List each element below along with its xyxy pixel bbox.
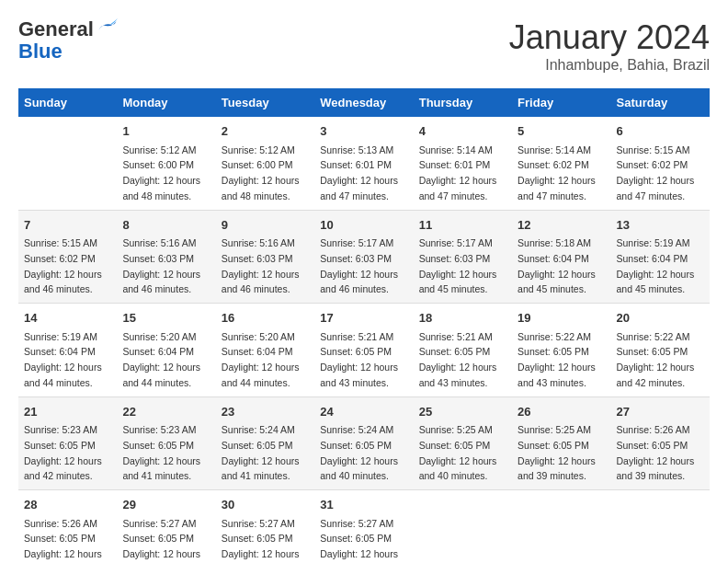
day-number: 17 bbox=[320, 309, 407, 327]
day-info: Sunrise: 5:16 AM Sunset: 6:03 PM Dayligh… bbox=[222, 237, 300, 294]
day-number: 3 bbox=[320, 122, 407, 141]
logo-general: General bbox=[18, 18, 94, 40]
day-info: Sunrise: 5:21 AM Sunset: 6:05 PM Dayligh… bbox=[419, 331, 497, 388]
day-number: 25 bbox=[419, 403, 506, 421]
calendar-cell: 13Sunrise: 5:19 AM Sunset: 6:04 PM Dayli… bbox=[611, 210, 710, 304]
calendar-cell: 16Sunrise: 5:20 AM Sunset: 6:04 PM Dayli… bbox=[216, 304, 314, 397]
calendar-cell: 10Sunrise: 5:17 AM Sunset: 6:03 PM Dayli… bbox=[314, 210, 413, 304]
day-info: Sunrise: 5:22 AM Sunset: 6:05 PM Dayligh… bbox=[518, 331, 596, 388]
calendar-cell: 14Sunrise: 5:19 AM Sunset: 6:04 PM Dayli… bbox=[18, 304, 117, 397]
day-info: Sunrise: 5:17 AM Sunset: 6:03 PM Dayligh… bbox=[419, 237, 497, 294]
logo-blue: Blue bbox=[18, 40, 63, 63]
header-tuesday: Tuesday bbox=[216, 88, 314, 117]
day-info: Sunrise: 5:13 AM Sunset: 6:01 PM Dayligh… bbox=[320, 144, 398, 201]
calendar-table: SundayMondayTuesdayWednesdayThursdayFrid… bbox=[18, 88, 710, 563]
day-info: Sunrise: 5:26 AM Sunset: 6:05 PM Dayligh… bbox=[617, 424, 695, 481]
calendar-cell bbox=[414, 490, 512, 564]
header-thursday: Thursday bbox=[414, 88, 512, 117]
day-info: Sunrise: 5:25 AM Sunset: 6:05 PM Dayligh… bbox=[419, 424, 497, 481]
page-header: General Blue January 2024 Inhambupe, Bah… bbox=[18, 18, 710, 74]
calendar-cell: 6Sunrise: 5:15 AM Sunset: 6:02 PM Daylig… bbox=[611, 117, 710, 210]
day-number: 26 bbox=[518, 403, 605, 421]
day-number: 14 bbox=[24, 309, 111, 327]
day-number: 4 bbox=[419, 122, 506, 141]
day-info: Sunrise: 5:19 AM Sunset: 6:04 PM Dayligh… bbox=[24, 331, 102, 388]
day-number: 16 bbox=[222, 309, 309, 327]
day-info: Sunrise: 5:26 AM Sunset: 6:05 PM Dayligh… bbox=[24, 518, 102, 564]
calendar-cell: 31Sunrise: 5:27 AM Sunset: 6:05 PM Dayli… bbox=[314, 490, 413, 564]
day-info: Sunrise: 5:27 AM Sunset: 6:05 PM Dayligh… bbox=[222, 518, 300, 564]
day-number: 13 bbox=[617, 216, 704, 235]
month-year-title: January 2024 bbox=[509, 18, 710, 57]
day-info: Sunrise: 5:18 AM Sunset: 6:04 PM Dayligh… bbox=[518, 237, 596, 294]
calendar-cell: 30Sunrise: 5:27 AM Sunset: 6:05 PM Dayli… bbox=[216, 490, 314, 564]
calendar-cell: 5Sunrise: 5:14 AM Sunset: 6:02 PM Daylig… bbox=[512, 117, 610, 210]
calendar-cell: 9Sunrise: 5:16 AM Sunset: 6:03 PM Daylig… bbox=[216, 210, 314, 304]
calendar-header-row: SundayMondayTuesdayWednesdayThursdayFrid… bbox=[18, 88, 710, 117]
calendar-cell: 1Sunrise: 5:12 AM Sunset: 6:00 PM Daylig… bbox=[117, 117, 215, 210]
day-number: 5 bbox=[518, 122, 605, 141]
day-number: 2 bbox=[222, 122, 309, 141]
day-info: Sunrise: 5:25 AM Sunset: 6:05 PM Dayligh… bbox=[518, 424, 596, 481]
calendar-cell: 7Sunrise: 5:15 AM Sunset: 6:02 PM Daylig… bbox=[18, 210, 117, 304]
day-info: Sunrise: 5:14 AM Sunset: 6:02 PM Dayligh… bbox=[518, 144, 596, 201]
calendar-cell: 2Sunrise: 5:12 AM Sunset: 6:00 PM Daylig… bbox=[216, 117, 314, 210]
header-monday: Monday bbox=[117, 88, 215, 117]
day-number: 31 bbox=[320, 496, 407, 514]
calendar-cell: 8Sunrise: 5:16 AM Sunset: 6:03 PM Daylig… bbox=[117, 210, 215, 304]
calendar-week-2: 7Sunrise: 5:15 AM Sunset: 6:02 PM Daylig… bbox=[18, 210, 710, 304]
calendar-week-1: 1Sunrise: 5:12 AM Sunset: 6:00 PM Daylig… bbox=[18, 117, 710, 210]
calendar-cell: 26Sunrise: 5:25 AM Sunset: 6:05 PM Dayli… bbox=[512, 396, 610, 490]
calendar-cell: 3Sunrise: 5:13 AM Sunset: 6:01 PM Daylig… bbox=[314, 117, 413, 210]
day-info: Sunrise: 5:23 AM Sunset: 6:05 PM Dayligh… bbox=[122, 424, 200, 481]
day-number: 22 bbox=[122, 403, 210, 421]
day-number: 20 bbox=[617, 309, 704, 327]
calendar-cell: 12Sunrise: 5:18 AM Sunset: 6:04 PM Dayli… bbox=[512, 210, 610, 304]
day-info: Sunrise: 5:20 AM Sunset: 6:04 PM Dayligh… bbox=[122, 331, 200, 388]
day-number: 6 bbox=[617, 122, 704, 141]
calendar-cell: 11Sunrise: 5:17 AM Sunset: 6:03 PM Dayli… bbox=[414, 210, 512, 304]
day-info: Sunrise: 5:21 AM Sunset: 6:05 PM Dayligh… bbox=[320, 331, 398, 388]
calendar-week-3: 14Sunrise: 5:19 AM Sunset: 6:04 PM Dayli… bbox=[18, 304, 710, 397]
calendar-cell: 28Sunrise: 5:26 AM Sunset: 6:05 PM Dayli… bbox=[18, 490, 117, 564]
day-info: Sunrise: 5:20 AM Sunset: 6:04 PM Dayligh… bbox=[222, 331, 300, 388]
calendar-cell: 21Sunrise: 5:23 AM Sunset: 6:05 PM Dayli… bbox=[18, 396, 117, 490]
day-info: Sunrise: 5:22 AM Sunset: 6:05 PM Dayligh… bbox=[617, 331, 695, 388]
calendar-cell bbox=[611, 490, 710, 564]
calendar-cell: 18Sunrise: 5:21 AM Sunset: 6:05 PM Dayli… bbox=[414, 304, 512, 397]
day-number: 27 bbox=[617, 403, 704, 421]
day-info: Sunrise: 5:24 AM Sunset: 6:05 PM Dayligh… bbox=[320, 424, 398, 481]
day-info: Sunrise: 5:14 AM Sunset: 6:01 PM Dayligh… bbox=[419, 144, 497, 201]
calendar-cell: 20Sunrise: 5:22 AM Sunset: 6:05 PM Dayli… bbox=[611, 304, 710, 397]
calendar-cell: 27Sunrise: 5:26 AM Sunset: 6:05 PM Dayli… bbox=[611, 396, 710, 490]
day-info: Sunrise: 5:27 AM Sunset: 6:05 PM Dayligh… bbox=[122, 518, 200, 564]
day-info: Sunrise: 5:24 AM Sunset: 6:05 PM Dayligh… bbox=[222, 424, 300, 481]
day-number: 12 bbox=[518, 216, 605, 235]
day-number: 11 bbox=[419, 216, 506, 235]
logo-bird-icon bbox=[96, 15, 118, 37]
title-block: January 2024 Inhambupe, Bahia, Brazil bbox=[509, 18, 710, 74]
day-info: Sunrise: 5:12 AM Sunset: 6:00 PM Dayligh… bbox=[122, 144, 200, 201]
day-info: Sunrise: 5:23 AM Sunset: 6:05 PM Dayligh… bbox=[24, 424, 102, 481]
day-number: 7 bbox=[24, 216, 111, 235]
calendar-cell: 4Sunrise: 5:14 AM Sunset: 6:01 PM Daylig… bbox=[414, 117, 512, 210]
calendar-cell: 29Sunrise: 5:27 AM Sunset: 6:05 PM Dayli… bbox=[117, 490, 215, 564]
day-number: 10 bbox=[320, 216, 407, 235]
day-number: 23 bbox=[222, 403, 309, 421]
calendar-cell: 25Sunrise: 5:25 AM Sunset: 6:05 PM Dayli… bbox=[414, 396, 512, 490]
day-number: 15 bbox=[122, 309, 210, 327]
day-info: Sunrise: 5:12 AM Sunset: 6:00 PM Dayligh… bbox=[222, 144, 300, 201]
day-number: 1 bbox=[122, 122, 210, 141]
day-number: 9 bbox=[222, 216, 309, 235]
day-info: Sunrise: 5:15 AM Sunset: 6:02 PM Dayligh… bbox=[617, 144, 695, 201]
calendar-week-4: 21Sunrise: 5:23 AM Sunset: 6:05 PM Dayli… bbox=[18, 396, 710, 490]
day-number: 8 bbox=[122, 216, 210, 235]
calendar-cell: 23Sunrise: 5:24 AM Sunset: 6:05 PM Dayli… bbox=[216, 396, 314, 490]
header-sunday: Sunday bbox=[18, 88, 117, 117]
day-number: 30 bbox=[222, 496, 309, 514]
logo: General Blue bbox=[18, 18, 118, 63]
day-number: 18 bbox=[419, 309, 506, 327]
location-subtitle: Inhambupe, Bahia, Brazil bbox=[509, 57, 710, 74]
calendar-cell: 17Sunrise: 5:21 AM Sunset: 6:05 PM Dayli… bbox=[314, 304, 413, 397]
header-friday: Friday bbox=[512, 88, 610, 117]
